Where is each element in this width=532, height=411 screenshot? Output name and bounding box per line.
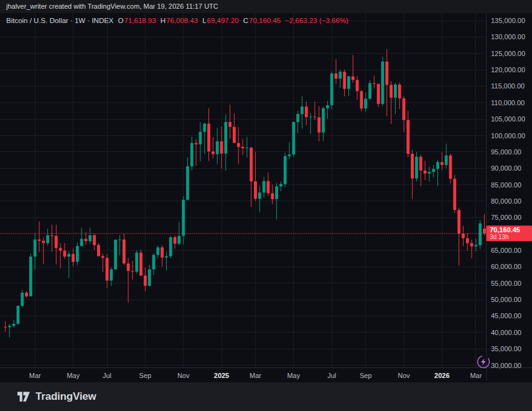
price-tick: 60,000.00 [491,263,521,270]
price-tick: 135,000.00 [491,17,525,24]
candle [12,324,16,326]
attribution-text: jhalver_writer created with TradingView.… [6,2,218,10]
candle [203,124,206,132]
candle [131,271,134,272]
candle [224,122,227,154]
candle [347,77,350,89]
candle [483,229,486,234]
candle [135,253,138,272]
candle [279,184,282,187]
candle [449,156,452,179]
brand-name[interactable]: TradingView [35,390,96,403]
chart-legend[interactable]: Bitcoin / U.S. Dollar · 1W · INDEXO71,61… [6,17,348,24]
candle [356,80,359,91]
candle [394,85,397,98]
candle [466,238,469,243]
price-tick: 75,000.00 [491,214,521,221]
candle [207,124,210,152]
time-tick: 2026 [434,372,449,379]
candle [343,72,346,88]
candle [55,236,58,248]
candle [46,235,49,243]
candle [101,256,105,258]
candle [381,62,385,104]
candle [199,132,202,144]
candle [403,98,406,120]
footer-bar: TradingView [0,382,532,411]
candle [114,240,117,269]
time-tick: May [67,372,80,379]
candle [445,156,448,165]
candle [72,254,75,262]
candle [352,77,355,80]
time-tick: Nov [177,372,190,379]
candlestick-chart[interactable]: 135,000.00130,000.00125,000.00120,000.00… [0,0,532,382]
ohlc-key: H [161,17,166,24]
candle [174,237,177,244]
candle [424,171,427,174]
candle [50,235,54,236]
candle [275,186,278,199]
time-tick: Nov [398,372,410,379]
candle [93,235,96,245]
candle [195,143,198,144]
candle [441,162,444,165]
candle [25,293,28,296]
time-tick: Jul [103,372,111,379]
symbol-title[interactable]: Bitcoin / U.S. Dollar · 1W · INDEX [6,17,114,24]
price-tick: 100,000.00 [491,132,525,139]
candle [385,62,388,85]
tradingview-logo-icon[interactable] [17,392,30,402]
ohlc-value: 71,618.93 [124,17,156,24]
bar-countdown: 3d 13h [490,234,509,240]
candle [110,270,113,281]
candle [415,157,418,179]
candle [301,106,304,114]
time-tick: Jul [327,372,336,379]
price-tick: 115,000.00 [491,82,525,90]
time-tick: 2025 [214,372,229,379]
candle [169,237,172,257]
legend-change: −2,663.23 (−3.66%) [285,17,348,24]
time-tick: May [287,372,300,379]
price-tick: 95,000.00 [491,148,521,156]
price-tick: 110,000.00 [491,99,525,106]
candle [17,306,20,324]
candle [106,258,109,280]
candle [330,73,334,105]
candle [373,83,376,84]
candle [478,224,482,245]
ohlc-value: 70,160.45 [249,17,281,24]
candle [326,105,329,108]
candle [228,122,231,127]
candle [241,147,245,148]
time-tick: Mar [470,372,482,379]
candle [152,255,156,269]
candle [245,148,248,148]
price-tick: 35,000.00 [491,345,521,352]
price-tick: 105,000.00 [491,115,525,123]
candle [470,243,474,246]
time-tick: Sep [360,372,372,379]
price-tick: 80,000.00 [491,197,521,205]
candle [436,162,439,169]
price-tick: 45,000.00 [491,312,521,319]
price-tick: 130,000.00 [491,33,525,40]
price-tick: 90,000.00 [491,164,521,172]
candle [271,193,274,199]
candle [186,166,189,200]
candle [21,293,24,306]
candle [233,127,236,143]
price-tick: 55,000.00 [491,280,521,287]
candle [237,143,240,147]
price-tick: 40,000.00 [491,329,521,336]
candle [338,72,342,78]
candle [314,116,317,117]
candle [8,326,11,327]
candle [292,122,295,154]
candle [139,253,142,276]
candle [80,239,83,247]
candle [305,106,308,117]
candle [398,85,401,98]
price-tick: 120,000.00 [491,66,525,73]
